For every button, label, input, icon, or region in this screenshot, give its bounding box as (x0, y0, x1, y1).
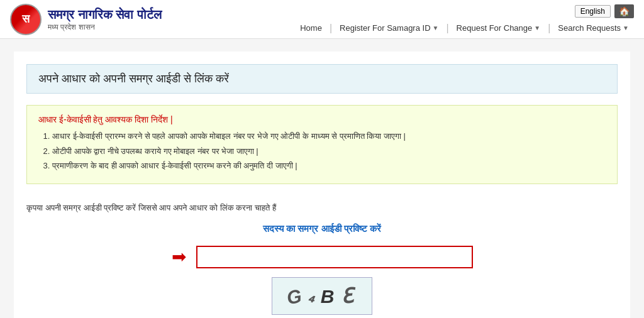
site-title: समग्र नागरिक सेवा पोर्टल (48, 6, 162, 23)
captcha-chars: G ₄ B Ɛ (287, 284, 357, 308)
top-bar: English 🏠 (575, 4, 634, 18)
search-requests-dropdown-arrow: ▼ (623, 25, 629, 31)
form-section: सदस्य का समग्र आईडी प्रविष्ट करें ➡ G ₄ … (26, 223, 618, 319)
instructions-list: आधार ई-केवाईसी प्रारम्भ करने से पहले आपक… (38, 130, 606, 172)
samagra-id-input[interactable] (196, 246, 473, 268)
samagra-field-label: सदस्य का समग्र आईडी प्रविष्ट करें (263, 223, 381, 234)
request-change-dropdown-arrow: ▼ (534, 25, 540, 31)
instruction-item-1: आधार ई-केवाईसी प्रारम्भ करने से पहले आपक… (52, 130, 606, 143)
logo-letter: स (22, 13, 30, 26)
instructions-heading: आधार ई-केवाईसी हेतु आवश्यक दिशा निर्देश … (38, 114, 606, 125)
form-description: कृपया अपनी समग्र आईडी प्रविष्ट करें जिसस… (26, 203, 618, 213)
logo-area: स समग्र नागरिक सेवा पोर्टल मध्य प्रदेश श… (10, 4, 162, 35)
instructions-box: आधार ई-केवाईसी हेतु आवश्यक दिशा निर्देश … (26, 105, 618, 184)
page-title-bar: अपने आधार को अपनी समग्र आईडी से लिंक करे… (26, 64, 618, 94)
captcha-char-1: G (286, 284, 308, 309)
arrow-pointer-icon: ➡ (172, 246, 186, 267)
instruction-item-3: प्रमाणीकरण के बाद ही आपको आधार ई-केवाईसी… (52, 160, 606, 172)
english-button[interactable]: English (575, 5, 611, 18)
register-dropdown-arrow: ▼ (433, 25, 439, 31)
captcha-char-2: ₄ (307, 288, 320, 307)
nav-search-requests[interactable]: Search Requests ▼ (553, 22, 634, 34)
nav-bar: Home | Register For Samagra ID ▼ | Reque… (295, 22, 634, 34)
home-icon-button[interactable]: 🏠 (614, 4, 634, 18)
main-content: अपने आधार को अपनी समग्र आईडी से लिंक करे… (14, 52, 630, 318)
captcha-char-4: Ɛ (340, 283, 358, 308)
logo-text: समग्र नागरिक सेवा पोर्टल मध्य प्रदेश शास… (48, 6, 162, 33)
logo-icon: स (10, 4, 42, 35)
instruction-item-2: ओटीपी आपके द्वारा नीचे उपलब्ध कराये गए म… (52, 145, 606, 158)
nav-register[interactable]: Register For Samagra ID ▼ (335, 22, 443, 34)
header-right: English 🏠 Home | Register For Samagra ID… (295, 4, 634, 34)
header: स समग्र नागरिक सेवा पोर्टल मध्य प्रदेश श… (0, 0, 644, 39)
samagra-input-row: ➡ (172, 246, 473, 268)
page-title: अपने आधार को अपनी समग्र आईडी से लिंक करे… (38, 72, 606, 85)
captcha-image: G ₄ B Ɛ (272, 277, 372, 315)
nav-request-change[interactable]: Request For Change ▼ (452, 22, 546, 34)
captcha-char-3: B (321, 286, 338, 307)
form-area: कृपया अपनी समग्र आईडी प्रविष्ट करें जिसस… (26, 197, 618, 319)
nav-home[interactable]: Home (295, 22, 327, 34)
site-subtitle: मध्य प्रदेश शासन (48, 23, 162, 33)
